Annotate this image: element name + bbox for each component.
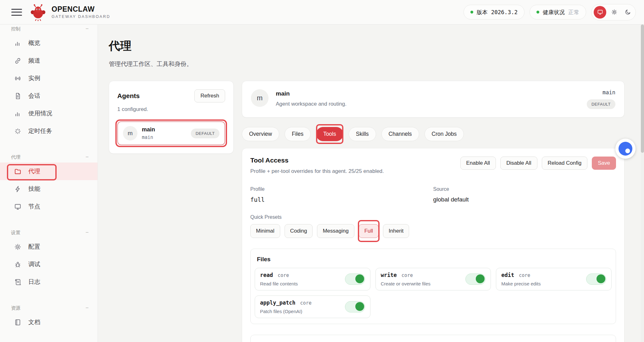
tab-overview[interactable]: Overview xyxy=(242,127,279,141)
sidebar: 控制 − 概览 频道 实例 会话 使用情况 定时任务 代理 − xyxy=(0,25,98,342)
tool-name: edit xyxy=(501,272,514,278)
preset-minimal-button[interactable]: Minimal xyxy=(250,224,280,238)
files-tool-group: Files readcore Read file contents xyxy=(250,249,616,324)
source-label: Source xyxy=(433,186,616,192)
document-icon xyxy=(14,92,22,100)
monitor-icon xyxy=(14,203,22,211)
disable-all-button[interactable]: Disable All xyxy=(500,157,537,170)
sidebar-item-sessions[interactable]: 会话 xyxy=(0,87,97,105)
preset-coding-button[interactable]: Coding xyxy=(285,224,313,238)
read-toggle[interactable] xyxy=(345,273,365,285)
preset-full-button[interactable]: Full xyxy=(359,224,379,238)
sidebar-section-settings: 设置 − xyxy=(11,230,89,235)
crab-logo xyxy=(29,3,47,21)
tool-text: readcore Read file contents xyxy=(260,272,298,286)
sidebar-item-instances[interactable]: 实例 xyxy=(0,69,97,87)
sidebar-item-channels[interactable]: 频道 xyxy=(0,52,97,69)
brand-title: OPENCLAW xyxy=(52,5,110,13)
agent-list-item-main[interactable]: m main main DEFAULT xyxy=(117,121,225,145)
toggle-knob xyxy=(476,274,485,283)
sidebar-item-logs[interactable]: 日志 xyxy=(0,273,97,291)
health-value: 正常 xyxy=(568,8,579,16)
agent-header-text: main Agent workspace and routing. xyxy=(276,89,347,107)
preset-inherit-button[interactable]: Inherit xyxy=(383,224,409,238)
preset-messaging-button[interactable]: Messaging xyxy=(317,224,354,238)
edit-toggle[interactable] xyxy=(586,273,606,285)
sidebar-item-cron-tasks[interactable]: 定时任务 xyxy=(0,122,97,140)
page-scrollbar xyxy=(641,25,644,342)
agent-detail: m main Agent workspace and routing. main… xyxy=(242,81,625,342)
moon-icon xyxy=(625,9,631,15)
tool-tag: core xyxy=(300,300,312,306)
agent-header-meta: main DEFAULT xyxy=(587,89,615,109)
sidebar-section-control: 控制 − xyxy=(11,26,89,32)
agent-description: Agent workspace and routing. xyxy=(276,101,347,107)
reload-config-button[interactable]: Reload Config xyxy=(542,157,588,170)
sparkle-icon xyxy=(14,127,22,135)
sidebar-item-nodes[interactable]: 节点 xyxy=(0,198,97,215)
version-label: 版本 xyxy=(477,8,488,16)
tool-name: apply_patch xyxy=(260,300,296,306)
broadcast-icon xyxy=(14,74,22,82)
collapse-icon[interactable]: − xyxy=(86,26,89,32)
green-status-dot xyxy=(470,11,473,14)
quick-presets-label: Quick Presets xyxy=(250,214,616,220)
apply-patch-toggle[interactable] xyxy=(345,301,365,312)
tool-text: apply_patchcore Patch files (OpenAI) xyxy=(260,300,312,314)
top-bar: OPENCLAW GATEWAY DASHBOARD 版本 2026.3.2 健… xyxy=(0,0,644,25)
tab-cron-jobs[interactable]: Cron Jobs xyxy=(425,127,464,141)
tab-files[interactable]: Files xyxy=(285,127,311,141)
page-subtitle: 管理代理工作区、工具和身份。 xyxy=(109,60,625,68)
openclaw-gateway-dashboard: OPENCLAW GATEWAY DASHBOARD 版本 2026.3.2 健… xyxy=(0,0,644,342)
health-badge: 健康状况 正常 xyxy=(530,5,586,19)
brand-block: OPENCLAW GATEWAY DASHBOARD xyxy=(52,5,110,19)
refresh-button[interactable]: Refresh xyxy=(194,89,225,102)
save-button[interactable]: Save xyxy=(592,157,616,170)
agent-text: main main xyxy=(142,126,155,140)
bug-icon xyxy=(14,261,22,268)
agent-avatar: m xyxy=(251,89,269,107)
sidebar-item-config[interactable]: 配置 xyxy=(0,238,97,256)
folder-icon xyxy=(14,168,22,175)
dark-theme-button[interactable] xyxy=(622,7,633,18)
sidebar-item-docs[interactable]: 文档 xyxy=(0,313,97,331)
menu-icon[interactable] xyxy=(11,8,22,16)
tab-tools[interactable]: Tools xyxy=(316,127,343,141)
tool-description: Patch files (OpenAI) xyxy=(260,309,312,314)
tool-tag: core xyxy=(402,273,413,278)
scrollbar-thumb[interactable] xyxy=(641,25,644,153)
version-value: 2026.3.2 xyxy=(491,9,518,15)
enable-all-button[interactable]: Enable All xyxy=(460,157,496,170)
agent-detail-header: m main Agent workspace and routing. main… xyxy=(242,81,625,118)
agent-id: main xyxy=(142,135,155,140)
sidebar-item-overview[interactable]: 概览 xyxy=(0,34,97,52)
collapse-icon[interactable]: − xyxy=(86,230,89,235)
sidebar-item-agents[interactable]: 代理 xyxy=(0,163,97,180)
chat-bubble-icon xyxy=(618,141,633,156)
detail-tabs: Overview Files Tools Skills Channels Cro… xyxy=(242,127,625,141)
sidebar-item-debug[interactable]: 调试 xyxy=(0,256,97,273)
agent-name: main xyxy=(142,126,155,133)
toggle-knob xyxy=(355,274,364,283)
tool-tag: core xyxy=(278,273,289,278)
tab-channels[interactable]: Channels xyxy=(381,127,419,141)
chat-widget-button[interactable] xyxy=(615,139,636,159)
tool-access-subtitle: Profile + per-tool overrides for this ag… xyxy=(250,168,384,174)
sidebar-item-skills[interactable]: 技能 xyxy=(0,180,97,198)
sidebar-item-usage[interactable]: 使用情况 xyxy=(0,105,97,122)
system-theme-button[interactable] xyxy=(594,6,606,19)
topbar-right: 版本 2026.3.2 健康状况 正常 xyxy=(464,4,636,20)
light-theme-button[interactable] xyxy=(608,7,620,18)
agents-count: 1 configured. xyxy=(117,106,225,113)
collapse-icon[interactable]: − xyxy=(86,305,89,311)
tool-access-actions: Enable All Disable All Reload Config Sav… xyxy=(460,157,616,170)
write-toggle[interactable] xyxy=(465,273,486,285)
main-content: 代理 管理代理工作区、工具和身份。 Agents Refresh 1 confi… xyxy=(98,25,644,342)
tool-tag: core xyxy=(519,273,530,278)
tool-card-read: readcore Read file contents xyxy=(255,268,370,290)
agents-panel-title: Agents xyxy=(117,92,140,100)
tool-description: Create or overwrite files xyxy=(381,281,430,286)
collapse-icon[interactable]: − xyxy=(86,154,89,160)
tab-skills[interactable]: Skills xyxy=(349,127,376,141)
tool-name: read xyxy=(260,272,273,278)
